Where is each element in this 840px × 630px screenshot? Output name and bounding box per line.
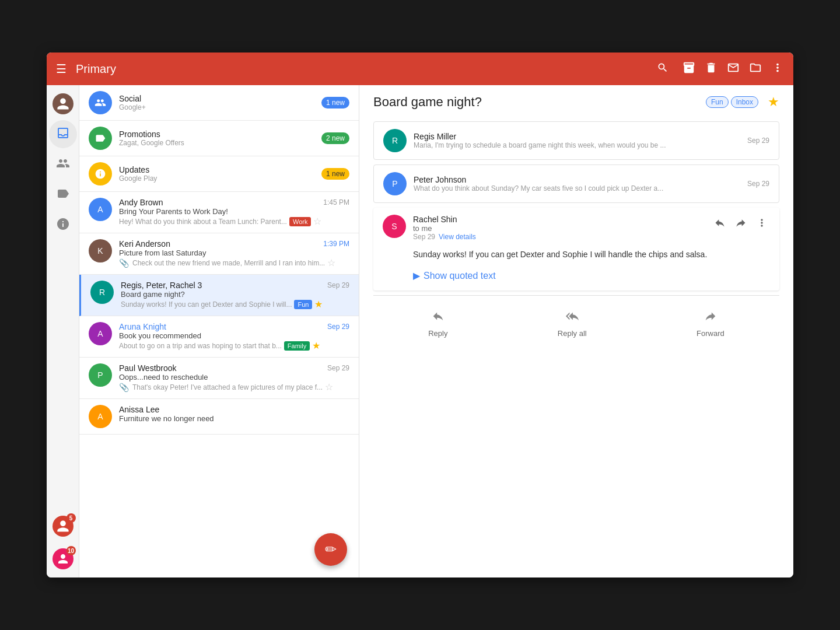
regis-msg-date: Sep 29 — [747, 136, 769, 145]
keri-sender: Keri Anderson — [119, 239, 170, 249]
rachel-date-row: Sep 29 View details — [413, 233, 712, 241]
social-cat-name: Social — [119, 94, 321, 103]
promo-cat-sub: Zagat, Google Offers — [119, 139, 321, 147]
rachel-msg-name: Rachel Shin — [413, 215, 712, 224]
message-header-rachel[interactable]: S Rachel Shin to me Sep 29 View details — [373, 208, 779, 248]
promo-badge: 2 new — [321, 132, 349, 144]
andy-sender: Andy Brown — [119, 198, 163, 207]
aruna-sender: Aruna Knight — [119, 322, 166, 331]
reply-all-button[interactable]: Reply all — [544, 305, 601, 342]
promo-cat-icon — [89, 127, 112, 150]
tag-work: Work — [289, 217, 311, 226]
aruna-time: Sep 29 — [327, 323, 349, 331]
search-icon[interactable] — [657, 62, 668, 76]
main-layout: 5 10 Social Google+ 1 n — [47, 85, 793, 578]
updates-badge: 1 new — [321, 168, 349, 180]
more-msg-icon[interactable] — [754, 215, 770, 234]
message-header-regis[interactable]: R Regis Miller Maria, I'm trying to sche… — [374, 122, 779, 159]
tag-family: Family — [284, 341, 310, 351]
keri-subject: Picture from last Saturday — [119, 249, 349, 257]
email-row-aruna-knight[interactable]: A Aruna Knight Sep 29 Book you recommend… — [79, 316, 359, 358]
tags-icon[interactable] — [49, 181, 77, 209]
email-row-keri-anderson[interactable]: K Keri Anderson 1:39 PM Picture from las… — [79, 233, 359, 275]
move-icon[interactable] — [749, 61, 762, 77]
message-card-rachel: S Rachel Shin to me Sep 29 View details — [373, 208, 779, 290]
andy-content: Andy Brown 1:45 PM Bring Your Parents to… — [119, 198, 349, 227]
reply-btn-icon — [432, 310, 444, 326]
keri-star[interactable]: ☆ — [327, 257, 335, 268]
peter-msg-date: Sep 29 — [747, 180, 769, 188]
email-row-board-game[interactable]: R Regis, Peter, Rachel 3 Sep 29 Board ga… — [79, 275, 359, 316]
more-vert-icon[interactable] — [771, 61, 784, 77]
info-icon[interactable] — [49, 211, 77, 239]
account2-icon[interactable]: 5 — [49, 512, 77, 540]
subject-tag-fun[interactable]: Fun — [706, 96, 729, 108]
regis-sender: Regis, Peter, Rachel 3 — [121, 281, 202, 290]
message-header-peter[interactable]: P Peter Johnson What do you think about … — [374, 165, 779, 202]
email-row-anissa-lee[interactable]: A Anissa Lee Furniture we no longer need — [79, 399, 359, 435]
tag-fun: Fun — [294, 300, 312, 309]
regis-subject: Board game night? — [121, 290, 349, 299]
contacts-icon[interactable] — [49, 150, 77, 178]
forward-button[interactable]: Forward — [682, 305, 738, 342]
view-details-link[interactable]: View details — [439, 233, 476, 241]
aruna-content: Aruna Knight Sep 29 Book you recommended… — [119, 322, 349, 351]
show-quoted-text-btn[interactable]: ▶ Show quoted text — [413, 270, 770, 281]
category-updates[interactable]: Updates Google Play 1 new — [79, 156, 359, 192]
sidebar-icons: 5 10 — [47, 85, 79, 578]
regis-star[interactable]: ★ — [314, 299, 323, 310]
andy-time: 1:45 PM — [323, 198, 349, 206]
forward-btn-icon — [704, 310, 717, 326]
forward-action-icon[interactable] — [733, 215, 749, 234]
anissa-content: Anissa Lee Furniture we no longer need — [119, 405, 349, 423]
regis-content: Regis, Peter, Rachel 3 Sep 29 Board game… — [121, 281, 349, 310]
social-cat-content: Social Google+ — [119, 94, 321, 111]
category-social[interactable]: Social Google+ 1 new — [79, 85, 359, 121]
paul-content: Paul Westbrook Sep 29 Oops...need to res… — [119, 363, 349, 393]
social-cat-sub: Google+ — [119, 103, 321, 111]
paul-star[interactable]: ☆ — [325, 382, 333, 393]
keri-preview: 📎 Check out the new friend we made, Merr… — [119, 257, 349, 268]
category-promotions[interactable]: Promotions Zagat, Google Offers 2 new — [79, 121, 359, 156]
updates-cat-sub: Google Play — [119, 174, 321, 183]
email-row-andy-brown[interactable]: A Andy Brown 1:45 PM Bring Your Parents … — [79, 192, 359, 233]
user-avatar-icon[interactable] — [49, 90, 77, 118]
reply-button[interactable]: Reply — [414, 305, 461, 342]
keri-content: Keri Anderson 1:39 PM Picture from last … — [119, 239, 349, 268]
regis-msg-avatar: R — [383, 129, 407, 152]
rachel-body-text: Sunday works! If you can get Dexter and … — [413, 248, 770, 261]
andy-star[interactable]: ☆ — [313, 216, 321, 227]
email-row-paul-westbrook[interactable]: P Paul Westbrook Sep 29 Oops...need to r… — [79, 358, 359, 399]
rachel-msg-actions — [712, 215, 770, 234]
regis-msg-name: Regis Miller — [414, 132, 743, 141]
detail-star[interactable]: ★ — [768, 94, 779, 110]
andy-avatar: A — [89, 198, 112, 221]
delete-icon[interactable] — [705, 61, 718, 77]
inbox-tab-icon[interactable] — [49, 120, 77, 148]
aruna-star[interactable]: ★ — [312, 340, 320, 351]
reply-action-icon[interactable] — [712, 215, 728, 234]
account3-badge: 10 — [66, 546, 76, 555]
reply-bar: Reply Reply all Forward — [373, 295, 779, 352]
updates-cat-content: Updates Google Play — [119, 165, 321, 183]
compose-fab[interactable]: ✏ — [314, 533, 347, 566]
paul-sender: Paul Westbrook — [119, 363, 177, 373]
compose-icon: ✏ — [325, 541, 337, 558]
peter-msg-preview: What do you think about Sunday? My car s… — [414, 184, 743, 192]
reply-btn-label: Reply — [428, 329, 447, 338]
aruna-avatar: A — [89, 322, 112, 345]
mark-read-icon[interactable] — [727, 61, 740, 77]
page-title: Primary — [76, 62, 366, 76]
account3-icon[interactable]: 10 — [49, 545, 77, 573]
message-card-regis: R Regis Miller Maria, I'm trying to sche… — [373, 121, 779, 160]
attachment-icon: 📎 — [119, 258, 129, 268]
archive-icon[interactable] — [682, 61, 695, 77]
hamburger-menu[interactable]: ☰ — [56, 62, 66, 76]
regis-avatar: R — [90, 281, 114, 304]
paul-time: Sep 29 — [327, 364, 349, 372]
social-cat-icon — [89, 91, 112, 114]
reply-all-btn-icon — [566, 310, 579, 326]
promo-cat-name: Promotions — [119, 130, 321, 139]
detail-header: Board game night? Fun Inbox ★ — [373, 94, 779, 110]
subject-tag-inbox[interactable]: Inbox — [731, 96, 758, 108]
